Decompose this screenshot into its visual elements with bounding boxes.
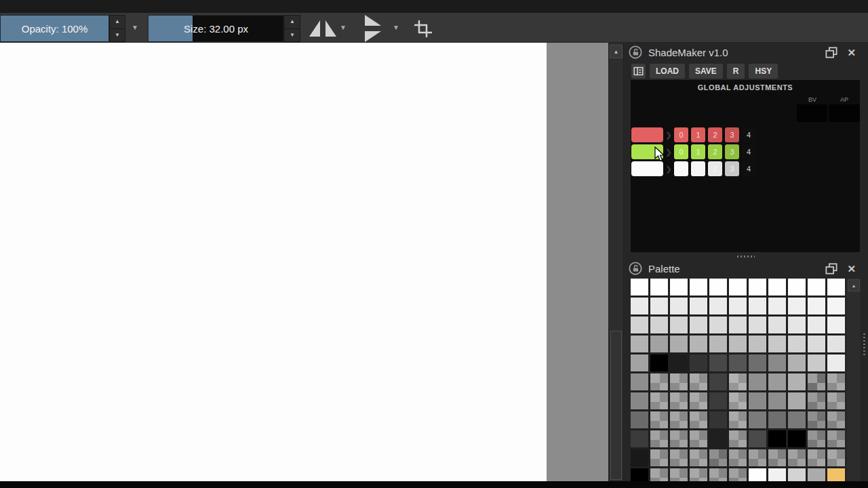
palette-swatch[interactable] — [808, 468, 825, 481]
close-panel-icon[interactable]: ✕ — [847, 47, 856, 58]
palette-swatch[interactable] — [670, 392, 688, 409]
shade-swatch[interactable]: 4 — [742, 127, 755, 142]
palette-swatch[interactable] — [788, 373, 806, 390]
base-color-swatch[interactable] — [631, 161, 663, 176]
bv-swatch[interactable] — [797, 104, 827, 122]
palette-swatch[interactable] — [670, 279, 688, 296]
palette-swatch[interactable] — [650, 373, 668, 390]
scroll-up-icon[interactable]: ▲ — [610, 45, 623, 58]
palette-swatch[interactable] — [827, 354, 845, 371]
palette-swatch[interactable] — [631, 317, 648, 333]
palette-swatch[interactable] — [690, 354, 707, 371]
float-panel-icon[interactable] — [825, 47, 837, 58]
palette-swatch[interactable] — [631, 392, 648, 409]
shademaker-menu-button[interactable] — [631, 64, 646, 79]
palette-swatch[interactable] — [709, 354, 727, 371]
palette-swatch[interactable] — [749, 468, 766, 481]
palette-scrollbar[interactable]: ▲ — [847, 279, 861, 481]
palette-swatch[interactable] — [631, 411, 648, 428]
mirror-vertical-button[interactable] — [357, 16, 389, 41]
palette-swatch[interactable] — [827, 411, 845, 428]
palette-swatch[interactable] — [808, 449, 825, 466]
palette-swatch[interactable] — [729, 411, 747, 428]
close-panel-icon[interactable]: ✕ — [847, 264, 856, 274]
palette-swatch[interactable] — [788, 279, 806, 296]
palette-swatch[interactable] — [650, 298, 668, 314]
palette-swatch[interactable] — [749, 392, 766, 409]
hsy-button[interactable]: HSY — [749, 64, 778, 79]
r-button[interactable]: R — [727, 64, 745, 79]
canvas[interactable] — [0, 43, 547, 481]
palette-swatch[interactable] — [749, 449, 766, 466]
palette-swatch[interactable] — [650, 354, 668, 371]
mirror-horizontal-dropdown-icon[interactable]: ▼ — [340, 24, 347, 31]
palette-swatch[interactable] — [788, 449, 806, 466]
palette-swatch[interactable] — [768, 336, 786, 352]
palette-swatch[interactable] — [808, 298, 825, 314]
opacity-dropdown-icon[interactable]: ▼ — [132, 24, 138, 31]
palette-swatch[interactable] — [788, 354, 806, 371]
palette-swatch[interactable] — [690, 411, 707, 428]
palette-swatch[interactable] — [631, 430, 648, 447]
palette-swatch[interactable] — [690, 468, 707, 481]
palette-swatch[interactable] — [631, 373, 648, 390]
palette-swatch[interactable] — [709, 468, 727, 481]
palette-swatch[interactable] — [650, 468, 668, 481]
palette-swatch[interactable] — [709, 430, 727, 447]
palette-swatch[interactable] — [768, 468, 786, 481]
base-color-swatch[interactable] — [631, 127, 663, 142]
palette-swatch[interactable] — [788, 298, 806, 314]
palette-swatch[interactable] — [749, 373, 766, 390]
palette-swatch[interactable] — [670, 336, 688, 352]
palette-swatch[interactable] — [827, 279, 845, 296]
palette-swatch[interactable] — [768, 373, 786, 390]
canvas-vertical-scrollbar[interactable]: ▲ — [608, 43, 623, 481]
palette-swatch[interactable] — [670, 449, 688, 466]
palette-swatch[interactable] — [768, 317, 786, 333]
palette-swatch[interactable] — [709, 411, 727, 428]
palette-swatch[interactable] — [788, 336, 806, 352]
palette-swatch[interactable] — [749, 317, 766, 333]
palette-swatch[interactable] — [709, 317, 727, 333]
palette-swatch[interactable] — [749, 298, 766, 314]
palette-swatch[interactable] — [690, 449, 707, 466]
lock-icon[interactable] — [628, 45, 643, 60]
palette-swatch[interactable] — [827, 373, 845, 390]
shade-swatch[interactable]: 0 — [674, 144, 688, 159]
palette-swatch[interactable] — [768, 354, 786, 371]
palette-swatch[interactable] — [749, 430, 766, 447]
palette-swatch[interactable] — [631, 468, 648, 481]
shademaker-panel-header[interactable]: ShadeMaker v1.0 ✕ — [628, 43, 863, 62]
shade-swatch[interactable]: 0 — [674, 161, 688, 176]
mirror-vertical-dropdown-icon[interactable]: ▼ — [393, 24, 399, 31]
palette-swatch[interactable] — [749, 354, 766, 371]
palette-swatch[interactable] — [631, 354, 648, 371]
palette-swatch[interactable] — [650, 317, 668, 333]
palette-swatch[interactable] — [690, 317, 707, 333]
shade-swatch[interactable]: 2 — [708, 161, 722, 176]
palette-swatch[interactable] — [690, 373, 707, 390]
palette-swatch[interactable] — [690, 279, 707, 296]
shade-swatch[interactable]: 2 — [708, 127, 722, 142]
shade-swatch[interactable]: 3 — [725, 144, 739, 159]
palette-swatch[interactable] — [650, 336, 668, 352]
shade-swatch[interactable]: 1 — [691, 144, 705, 159]
crop-button[interactable] — [410, 16, 435, 41]
palette-swatch[interactable] — [650, 392, 668, 409]
palette-swatch[interactable] — [729, 279, 747, 296]
shade-swatch[interactable]: 3 — [725, 161, 739, 176]
palette-swatch[interactable] — [749, 279, 766, 296]
spin-down-icon[interactable]: ▼ — [285, 29, 300, 42]
palette-swatch[interactable] — [749, 336, 766, 352]
palette-swatch[interactable] — [729, 298, 747, 314]
palette-swatch[interactable] — [827, 449, 845, 466]
shade-swatch[interactable]: 3 — [725, 127, 739, 142]
palette-swatch[interactable] — [729, 336, 747, 352]
spin-down-icon[interactable]: ▼ — [110, 29, 125, 42]
palette-swatch[interactable] — [768, 392, 786, 409]
palette-swatch[interactable] — [808, 430, 825, 447]
palette-swatch[interactable] — [631, 336, 648, 352]
palette-swatch[interactable] — [768, 411, 786, 428]
lock-icon[interactable] — [628, 261, 643, 276]
palette-swatch[interactable] — [670, 468, 688, 481]
